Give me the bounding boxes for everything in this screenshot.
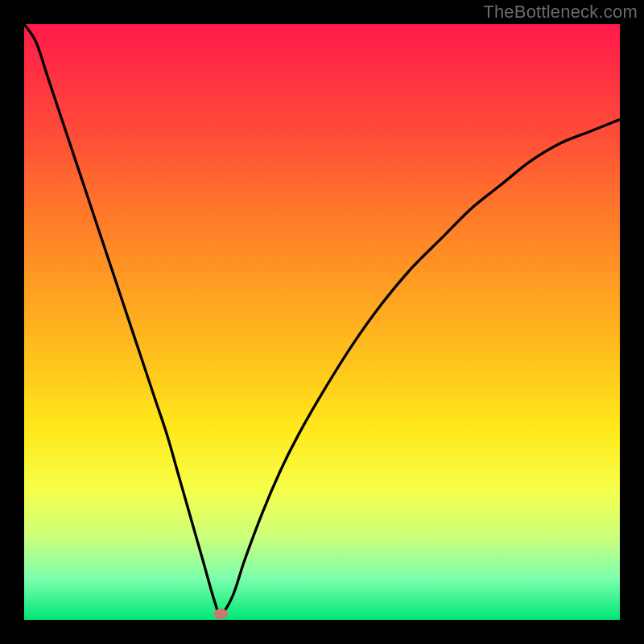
bottleneck-marker: [213, 609, 228, 619]
bottleneck-curve: [24, 24, 620, 614]
chart-svg: [24, 24, 620, 620]
chart-plot-area: [24, 24, 620, 620]
watermark-text: TheBottleneck.com: [483, 2, 638, 23]
